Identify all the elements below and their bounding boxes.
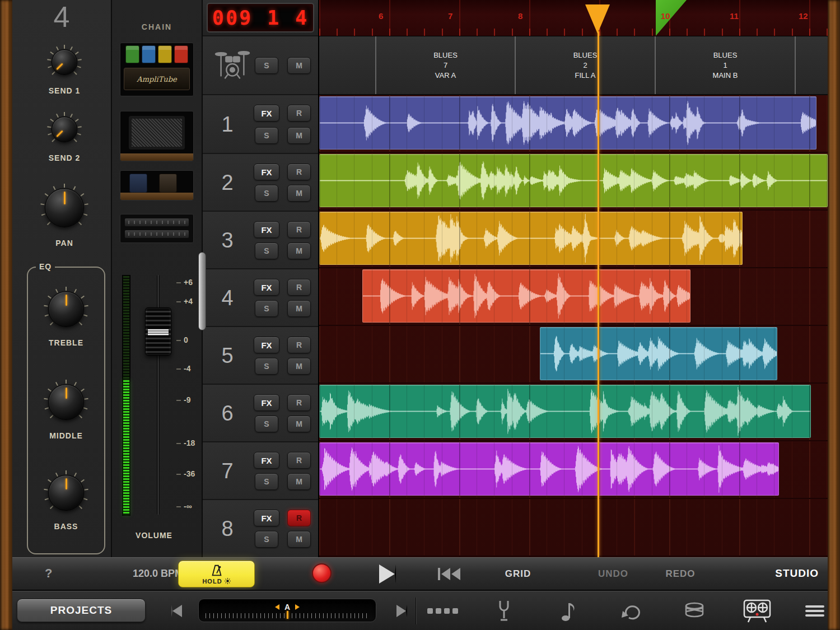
song-section[interactable]: BLUES2FILL A: [515, 36, 655, 94]
track-3-solo-button[interactable]: S: [255, 242, 278, 259]
track-4-mute-button[interactable]: M: [287, 300, 311, 317]
bass-knob[interactable]: [44, 470, 88, 515]
track-2-solo-button[interactable]: S: [255, 185, 278, 202]
chain-slot-cabinet[interactable]: [120, 111, 194, 161]
drum-mute-button[interactable]: M: [287, 57, 311, 74]
song-button[interactable]: [552, 595, 585, 627]
track-header-5[interactable]: 5FXRSM: [203, 326, 318, 384]
track-4-record-button[interactable]: R: [287, 279, 311, 296]
track-7-solo-button[interactable]: S: [255, 473, 278, 490]
undo-button[interactable]: UNDO: [578, 568, 648, 580]
song-section-lane[interactable]: BLUES7VAR ABLUES2FILL ABLUES1MAIN B: [319, 36, 828, 95]
track-5-fx-button[interactable]: FX: [254, 337, 279, 353]
next-bank-button[interactable]: [396, 605, 407, 617]
drum-track-header[interactable]: S M: [203, 36, 318, 95]
drums-button[interactable]: [678, 595, 711, 627]
track-lane-6[interactable]: [319, 384, 828, 441]
track-8-solo-button[interactable]: S: [255, 531, 278, 548]
track-1-solo-button[interactable]: S: [255, 127, 278, 144]
chain-slot-rack[interactable]: [120, 214, 194, 243]
track-header-8[interactable]: 8FXRSM: [203, 499, 318, 557]
audio-clip[interactable]: [319, 96, 816, 150]
audio-clip[interactable]: [319, 212, 743, 265]
arrange-area[interactable]: 678101112 BLUES7VAR ABLUES2FILL ABLUES1M…: [319, 0, 828, 557]
song-section[interactable]: BLUES7VAR A: [375, 36, 515, 94]
track-2-record-button[interactable]: R: [287, 164, 311, 180]
drum-solo-button[interactable]: S: [255, 57, 278, 74]
track-header-2[interactable]: 2FXRSM: [203, 153, 318, 211]
prev-bank-button[interactable]: [171, 605, 182, 617]
rewind-button[interactable]: [437, 567, 461, 583]
track-header-4[interactable]: 4FXRSM: [203, 268, 318, 326]
track-lanes[interactable]: [319, 95, 828, 557]
track-2-fx-button[interactable]: FX: [254, 164, 279, 180]
track-5-solo-button[interactable]: S: [255, 358, 278, 375]
send2-knob[interactable]: [47, 112, 82, 147]
track-lane-2[interactable]: [319, 153, 828, 211]
track-4-solo-button[interactable]: S: [255, 300, 278, 317]
panel-divider-handle[interactable]: [198, 252, 206, 330]
track-6-fx-button[interactable]: FX: [254, 394, 279, 411]
grid-button[interactable]: GRID: [483, 568, 553, 580]
timeline-ruler[interactable]: 678101112: [319, 0, 828, 36]
playhead-marker[interactable]: [585, 4, 610, 34]
song-section[interactable]: BLUES1MAIN B: [655, 36, 795, 94]
audio-clip[interactable]: [362, 269, 690, 323]
middle-knob[interactable]: [44, 380, 88, 424]
menu-button[interactable]: [798, 595, 832, 627]
track-header-6[interactable]: 6FXRSM: [203, 384, 318, 441]
recorder-button[interactable]: [740, 595, 774, 627]
track-lane-1[interactable]: [319, 95, 828, 153]
preset-bank-slider[interactable]: A: [198, 599, 376, 622]
chain-slot-amp[interactable]: AmpliTube: [120, 43, 194, 96]
track-4-fx-button[interactable]: FX: [254, 279, 279, 296]
fader-knob[interactable]: [145, 307, 171, 356]
play-button[interactable]: [379, 564, 396, 584]
track-lane-4[interactable]: [319, 268, 828, 326]
track-6-record-button[interactable]: R: [287, 394, 311, 411]
track-3-mute-button[interactable]: M: [287, 242, 311, 259]
waveform: [320, 385, 810, 437]
track-7-record-button[interactable]: R: [287, 452, 311, 469]
track-8-mute-button[interactable]: M: [287, 531, 311, 548]
track-8-fx-button[interactable]: FX: [254, 510, 279, 526]
track-7-mute-button[interactable]: M: [287, 473, 311, 490]
audio-clip[interactable]: [540, 327, 777, 380]
loop-button[interactable]: [615, 595, 648, 627]
track-lane-3[interactable]: [319, 211, 828, 268]
track-1-record-button[interactable]: R: [287, 105, 311, 122]
track-1-fx-button[interactable]: FX: [254, 105, 279, 122]
presets-button[interactable]: [426, 595, 459, 627]
track-header-3[interactable]: 3FXRSM: [203, 211, 318, 268]
track-lane-5[interactable]: [319, 326, 828, 384]
audio-clip[interactable]: [319, 442, 779, 496]
track-7-fx-button[interactable]: FX: [254, 452, 279, 469]
audio-clip[interactable]: [319, 385, 811, 438]
treble-knob[interactable]: [44, 287, 88, 332]
audio-clip[interactable]: [319, 154, 828, 207]
track-3-fx-button[interactable]: FX: [254, 221, 279, 238]
help-button[interactable]: ?: [45, 566, 52, 581]
pan-knob[interactable]: [40, 184, 88, 232]
track-header-7[interactable]: 7FXRSM: [203, 441, 318, 499]
track-2-mute-button[interactable]: M: [287, 185, 311, 202]
send1-knob[interactable]: [47, 45, 82, 80]
track-3-record-button[interactable]: R: [287, 221, 311, 238]
chain-slot-pedals[interactable]: [120, 170, 194, 200]
track-lane-7[interactable]: [319, 441, 828, 499]
track-header-1[interactable]: 1FXRSM: [203, 95, 318, 153]
projects-button[interactable]: PROJECTS: [17, 599, 146, 622]
record-button[interactable]: [312, 563, 332, 583]
track-1-mute-button[interactable]: M: [287, 127, 311, 144]
studio-button[interactable]: STUDIO: [750, 567, 819, 580]
tuner-button[interactable]: [487, 595, 521, 627]
track-5-record-button[interactable]: R: [287, 337, 311, 353]
track-5-mute-button[interactable]: M: [287, 358, 311, 375]
track-6-mute-button[interactable]: M: [287, 416, 311, 432]
track-6-solo-button[interactable]: S: [255, 416, 278, 432]
track-lane-8[interactable]: [319, 499, 828, 557]
track-8-record-button[interactable]: R: [287, 510, 311, 526]
metronome-button[interactable]: HOLD: [178, 561, 255, 587]
volume-fader[interactable]: [141, 272, 175, 524]
redo-button[interactable]: REDO: [645, 568, 716, 580]
